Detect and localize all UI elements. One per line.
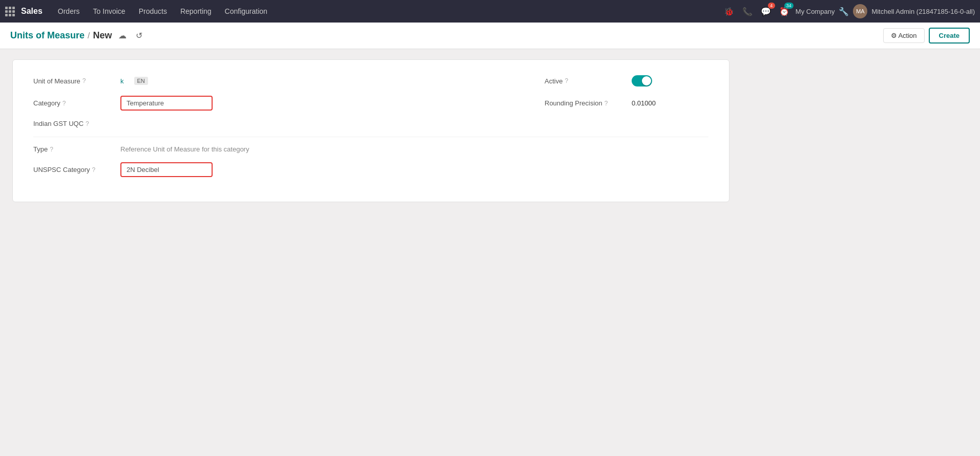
create-button[interactable]: Create [929, 28, 970, 44]
type-value: Reference Unit of Measure for this categ… [120, 145, 249, 153]
phone-icon[interactable]: 📞 [740, 5, 755, 18]
chat-badge: 4 [768, 3, 775, 9]
unspsc-category-label: UNSPSC Category ? [33, 166, 115, 173]
username[interactable]: Mitchell Admin (21847185-16-0-all) [871, 8, 975, 15]
discard-icon[interactable]: ↺ [133, 29, 145, 42]
active-help-icon[interactable]: ? [565, 77, 568, 84]
chat-icon[interactable]: 💬 4 [759, 5, 773, 18]
menu-configuration[interactable]: Configuration [219, 4, 274, 18]
form-divider [33, 137, 708, 137]
breadcrumb-current: New [93, 30, 112, 41]
breadcrumb-bar: Units of Measure / New ☁ ↺ ⚙ Action Crea… [0, 23, 980, 49]
brand-name[interactable]: Sales [21, 7, 43, 16]
indian-gst-help-icon[interactable]: ? [86, 120, 89, 127]
breadcrumb-parent[interactable]: Units of Measure [10, 30, 85, 41]
indian-gst-label: Indian GST UQC ? [33, 120, 115, 127]
active-toggle[interactable] [632, 75, 652, 86]
unit-of-measure-label: Unit of Measure ? [33, 77, 115, 85]
type-label: Type ? [33, 145, 115, 153]
unspsc-category-value: 2N Decibel [127, 166, 159, 173]
breadcrumb-separator: / [88, 31, 90, 40]
form-card: Unit of Measure ? k EN Active ? Cat [12, 59, 729, 202]
active-label: Active ? [545, 77, 627, 85]
action-button[interactable]: ⚙ Action [883, 28, 925, 43]
category-label: Category ? [33, 99, 115, 107]
wrench-icon[interactable]: 🔧 [839, 7, 849, 16]
menu-products[interactable]: Products [133, 4, 173, 18]
rounding-precision-value: 0.01000 [632, 99, 656, 107]
app-switcher-icon[interactable] [5, 7, 15, 16]
clock-badge: 34 [784, 3, 794, 9]
rounding-precision-label: Rounding Precision ? [545, 99, 627, 107]
topnav-right-section: 🐞 📞 💬 4 ⏰ 34 My Company 🔧 MA Mitchell Ad… [722, 4, 975, 18]
rounding-help-icon[interactable]: ? [604, 100, 608, 107]
category-field[interactable]: Temperature [120, 96, 213, 111]
breadcrumb-actions: ⚙ Action Create [883, 28, 970, 44]
uom-help-icon[interactable]: ? [82, 77, 86, 84]
category-value: Temperature [127, 99, 164, 107]
breadcrumb: Units of Measure / New ☁ ↺ [10, 29, 883, 42]
menu-orders[interactable]: Orders [52, 4, 86, 18]
toggle-knob [642, 76, 651, 85]
language-badge: EN [134, 77, 148, 85]
unspsc-help-icon[interactable]: ? [92, 166, 96, 173]
menu-to-invoice[interactable]: To Invoice [87, 4, 132, 18]
menu-reporting[interactable]: Reporting [174, 4, 218, 18]
main-menu: Orders To Invoice Products Reporting Con… [52, 4, 720, 18]
type-help-icon[interactable]: ? [50, 146, 53, 153]
clock-icon[interactable]: ⏰ 34 [777, 5, 791, 18]
save-cloud-icon[interactable]: ☁ [115, 29, 130, 42]
company-name[interactable]: My Company [796, 8, 835, 15]
unit-of-measure-value[interactable]: k [120, 77, 124, 85]
user-avatar[interactable]: MA [853, 4, 867, 18]
category-help-icon[interactable]: ? [62, 100, 66, 107]
unspsc-category-field[interactable]: 2N Decibel [120, 162, 213, 177]
top-navigation: Sales Orders To Invoice Products Reporti… [0, 0, 980, 23]
bug-icon[interactable]: 🐞 [722, 5, 736, 18]
main-content: Unit of Measure ? k EN Active ? Cat [0, 49, 980, 212]
